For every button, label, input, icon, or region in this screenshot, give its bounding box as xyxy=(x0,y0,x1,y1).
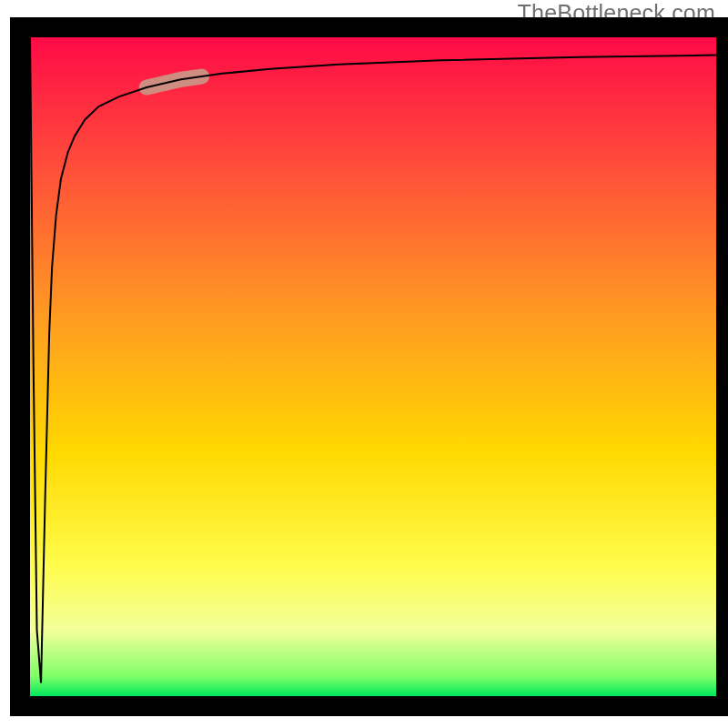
plot-background xyxy=(30,37,716,696)
chart-stage: TheBottleneck.com xyxy=(0,0,728,728)
frame-left xyxy=(10,17,30,716)
frame-right xyxy=(716,17,728,716)
bottleneck-chart xyxy=(0,0,728,728)
frame-bottom xyxy=(10,696,728,716)
frame-top xyxy=(10,17,728,37)
